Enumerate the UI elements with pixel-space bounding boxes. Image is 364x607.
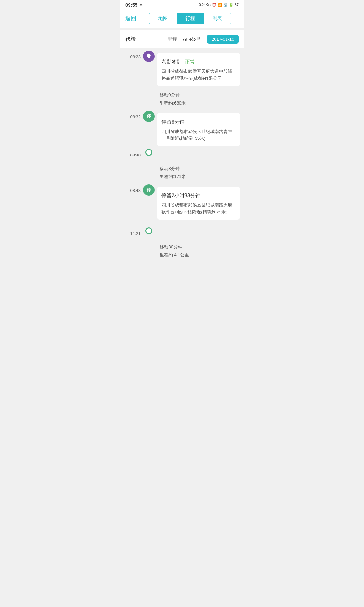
seg-line-col-1 bbox=[143, 89, 155, 111]
line-after-1 bbox=[149, 62, 149, 81]
line-after-3b bbox=[149, 234, 149, 241]
battery-icon: 🔋 bbox=[229, 3, 234, 7]
timeline-end-3: 11:21 bbox=[120, 227, 244, 241]
event-address-2: 四川省成都市武侯区世纪城南路青年一号附近(精确到 35米) bbox=[161, 128, 235, 142]
dot-col-3b bbox=[143, 227, 155, 241]
tab-trip[interactable]: 行程 bbox=[177, 13, 204, 24]
event-title-3: 停留2小时33分钟 bbox=[161, 191, 235, 200]
signal-icon: 📡 bbox=[223, 3, 228, 7]
move-distance-2: 里程约:171米 bbox=[160, 173, 244, 181]
seg-line-col-2 bbox=[143, 162, 155, 184]
seg-time-2 bbox=[120, 162, 143, 184]
seg-time-3 bbox=[120, 241, 143, 263]
mileage-value: 79.4公里 bbox=[182, 36, 201, 42]
mileage-label: 里程 bbox=[167, 36, 177, 42]
end-dot-3 bbox=[145, 227, 152, 234]
move-content-1: 移动9分钟 里程约:680米 bbox=[155, 89, 244, 111]
timeline-event-2: 08:32 停 停留8分钟 四川省成都市武侯区世纪城南路青年一号附近(精确到 3… bbox=[120, 111, 244, 149]
driver-name: 代毅 bbox=[125, 36, 144, 43]
timeline-container: 08:23 考勤签到 正常 四川省成都市武侯区天府大道中段辅路靠近腾讯科技(成都… bbox=[120, 48, 244, 269]
tab-list[interactable]: 列表 bbox=[204, 13, 231, 24]
move-segment-2: 移动8分钟 里程约:171米 bbox=[120, 162, 244, 184]
seg-line-1 bbox=[149, 89, 149, 111]
wifi-icon: 📶 bbox=[218, 3, 222, 7]
infinite-icon: ∞ bbox=[139, 3, 142, 7]
info-row: 代毅 里程 79.4公里 2017-01-10 bbox=[120, 30, 244, 48]
seg-time-1 bbox=[120, 89, 143, 111]
dot-col-1 bbox=[143, 51, 155, 81]
end-dot-2 bbox=[145, 149, 152, 156]
move-distance-3: 里程约:4.1公里 bbox=[160, 251, 244, 259]
tab-group: 地图 行程 列表 bbox=[149, 13, 231, 24]
line-after-2b bbox=[149, 156, 149, 162]
seg-line-2 bbox=[149, 162, 149, 184]
seg-line-3 bbox=[149, 241, 149, 263]
event-card-3: 停留2小时33分钟 四川省成都市武侯区世纪城南路天府软件园D区D2楼附近(精确到… bbox=[157, 187, 240, 220]
timeline-event-1: 08:23 考勤签到 正常 四川省成都市武侯区天府大道中段辅路靠近腾讯科技(成都… bbox=[120, 51, 244, 89]
move-duration-1: 移动9分钟 bbox=[160, 91, 244, 99]
time-0832: 08:32 bbox=[120, 111, 143, 119]
seg-line-col-3 bbox=[143, 241, 155, 263]
event-title-1: 考勤签到 正常 bbox=[161, 58, 235, 66]
top-nav: 返回 地图 行程 列表 bbox=[120, 9, 244, 28]
timeline-end-2: 08:40 bbox=[120, 149, 244, 162]
line-after-2 bbox=[149, 122, 149, 147]
battery-level: 87 bbox=[235, 3, 239, 7]
date-badge: 2017-01-10 bbox=[207, 35, 239, 44]
status-left: 09:55 ∞ bbox=[125, 2, 143, 8]
move-content-3: 移动30分钟 里程约:4.1公里 bbox=[155, 241, 244, 263]
event-card-2: 停留8分钟 四川省成都市武侯区世纪城南路青年一号附近(精确到 35米) bbox=[157, 113, 240, 146]
move-content-2: 移动8分钟 里程约:171米 bbox=[155, 162, 244, 184]
event-status-1: 正常 bbox=[185, 58, 195, 66]
time-0840: 08:40 bbox=[120, 149, 143, 157]
clock-icon: ⏰ bbox=[212, 3, 216, 7]
stop-dot-1: 停 bbox=[143, 111, 155, 122]
timeline-event-3: 08:48 停 停留2小时33分钟 四川省成都市武侯区世纪城南路天府软件园D区D… bbox=[120, 184, 244, 227]
event-address-1: 四川省成都市武侯区天府大道中段辅路靠近腾讯科技(成都)有限公司 bbox=[161, 68, 235, 82]
status-time: 09:55 bbox=[125, 2, 137, 8]
event-address-3: 四川省成都市武侯区世纪城南路天府软件园D区D2楼附近(精确到 29米) bbox=[161, 202, 235, 215]
checkin-dot bbox=[143, 51, 155, 62]
time-0823: 08:23 bbox=[120, 51, 143, 59]
back-button[interactable]: 返回 bbox=[125, 15, 138, 22]
tab-map[interactable]: 地图 bbox=[149, 13, 177, 24]
dot-col-3: 停 bbox=[143, 184, 155, 227]
time-0848: 08:48 bbox=[120, 184, 143, 193]
line-after-3 bbox=[149, 196, 149, 227]
move-duration-2: 移动8分钟 bbox=[160, 165, 244, 173]
dot-col-2: 停 bbox=[143, 111, 155, 147]
move-segment-3: 移动30分钟 里程约:4.1公里 bbox=[120, 241, 244, 263]
event-card-1: 考勤签到 正常 四川省成都市武侯区天府大道中段辅路靠近腾讯科技(成都)有限公司 bbox=[157, 53, 240, 86]
stop-dot-2: 停 bbox=[143, 184, 155, 196]
move-distance-1: 里程约:680米 bbox=[160, 99, 244, 107]
status-bar: 09:55 ∞ 0.04K/s ⏰ 📶 📡 🔋 87 bbox=[120, 0, 244, 9]
status-right: 0.04K/s ⏰ 📶 📡 🔋 87 bbox=[199, 3, 239, 7]
dot-col-2b bbox=[143, 149, 155, 162]
move-segment-1: 移动9分钟 里程约:680米 bbox=[120, 89, 244, 111]
network-speed: 0.04K/s bbox=[199, 3, 210, 7]
event-title-2: 停留8分钟 bbox=[161, 118, 235, 126]
time-1121: 11:21 bbox=[120, 227, 143, 236]
move-duration-3: 移动30分钟 bbox=[160, 243, 244, 251]
